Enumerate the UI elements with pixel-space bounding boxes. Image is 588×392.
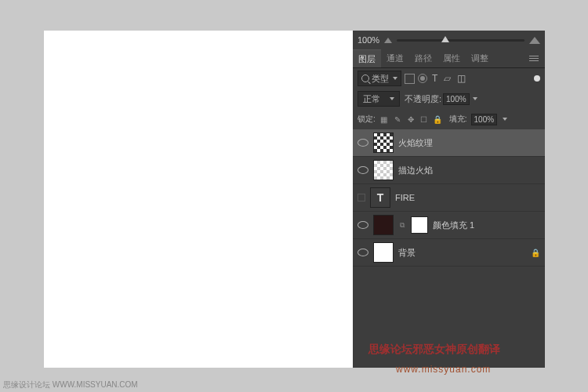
fill-value[interactable]: 100% xyxy=(471,114,498,125)
opacity-control: 不透明度: 100% xyxy=(405,93,477,105)
tab-adjustments[interactable]: 调整 xyxy=(466,49,494,67)
tab-paths[interactable]: 路径 xyxy=(409,49,437,67)
tab-layers[interactable]: 图层 xyxy=(353,49,381,67)
layer-thumbnail[interactable] xyxy=(373,160,394,180)
layer-thumbnail[interactable] xyxy=(373,242,394,263)
filter-text-icon[interactable]: T xyxy=(430,73,439,84)
layer-row[interactable]: 背景 🔒 xyxy=(353,239,545,267)
chevron-down-icon[interactable] xyxy=(503,118,507,121)
visibility-icon[interactable] xyxy=(358,194,365,201)
filter-toggle[interactable] xyxy=(534,75,540,82)
blend-mode-select[interactable]: 正常 xyxy=(358,91,400,107)
opacity-value[interactable]: 100% xyxy=(443,93,470,105)
panel-menu-icon[interactable] xyxy=(523,49,545,67)
lock-icon: 🔒 xyxy=(531,249,540,257)
watermark-text: 思缘论坛邪恶女神原创翻译 xyxy=(368,343,500,357)
search-icon xyxy=(361,74,369,82)
layer-name[interactable]: 描边火焰 xyxy=(398,165,433,176)
zoom-controls: 100% xyxy=(353,31,545,49)
footer-text: 思缘设计论坛 WWW.MISSYUAN.COM xyxy=(3,379,138,390)
tab-channels[interactable]: 通道 xyxy=(381,49,409,67)
visibility-icon[interactable] xyxy=(358,247,368,258)
layer-row[interactable]: 描边火焰 xyxy=(353,157,545,184)
blend-row: 正常 不透明度: 100% xyxy=(353,89,545,109)
link-icon[interactable]: ⧉ xyxy=(398,221,406,230)
filter-smart-icon[interactable]: ◫ xyxy=(456,73,467,84)
visibility-icon[interactable] xyxy=(358,165,368,176)
watermark-url: www.missyuan.com xyxy=(396,364,491,375)
lock-all-icon[interactable]: 🔒 xyxy=(433,114,442,124)
zoom-value[interactable]: 100% xyxy=(358,35,379,45)
zoom-slider[interactable] xyxy=(397,39,524,42)
layer-row[interactable]: ⧉ 颜色填充 1 xyxy=(353,212,545,239)
canvas-area[interactable] xyxy=(44,31,353,368)
lock-move-icon[interactable]: ✥ xyxy=(406,114,416,124)
filter-shape-icon[interactable]: ▱ xyxy=(442,73,452,84)
chevron-down-icon xyxy=(390,97,394,100)
layers-panel: 100% 图层 通道 路径 属性 调整 类型 T ▱ ◫ xyxy=(353,31,545,368)
layer-row[interactable]: T FIRE xyxy=(353,184,545,212)
visibility-icon[interactable] xyxy=(358,220,368,230)
visibility-icon[interactable] xyxy=(358,137,368,148)
layers-list: 火焰纹理 描边火焰 T FIRE ⧉ 颜色填充 1 xyxy=(353,129,545,368)
opacity-label: 不透明度: xyxy=(405,93,441,105)
panel-tabs: 图层 通道 路径 属性 调整 xyxy=(353,49,545,68)
zoom-out-icon[interactable] xyxy=(384,38,392,43)
filter-adjust-icon[interactable] xyxy=(418,74,427,83)
filter-row: 类型 T ▱ ◫ xyxy=(353,68,545,89)
layer-thumbnail[interactable] xyxy=(373,215,394,235)
filter-select[interactable]: 类型 xyxy=(358,71,401,86)
chevron-down-icon[interactable] xyxy=(473,97,477,100)
filter-label: 类型 xyxy=(372,73,389,85)
lock-artboard-icon[interactable]: ☐ xyxy=(419,114,429,124)
fill-label: 填充: xyxy=(449,114,467,125)
lock-label: 锁定: xyxy=(358,114,376,125)
layer-row[interactable]: 火焰纹理 xyxy=(353,129,545,157)
filter-pixel-icon[interactable] xyxy=(405,74,415,84)
slider-thumb[interactable] xyxy=(441,36,449,42)
layer-thumbnail[interactable]: T xyxy=(370,187,390,208)
lock-row: 锁定: ▦ ✎ ✥ ☐ 🔒 填充: 100% xyxy=(353,109,545,129)
layer-name[interactable]: FIRE xyxy=(395,193,415,202)
layer-thumbnail[interactable] xyxy=(373,132,394,153)
layer-mask[interactable] xyxy=(411,216,428,234)
layer-name[interactable]: 背景 xyxy=(398,247,416,259)
chevron-down-icon xyxy=(393,77,397,80)
tab-properties[interactable]: 属性 xyxy=(437,49,466,67)
layer-name[interactable]: 火焰纹理 xyxy=(398,137,433,149)
blend-mode-label: 正常 xyxy=(363,93,380,105)
layer-name[interactable]: 颜色填充 1 xyxy=(433,220,474,231)
lock-brush-icon[interactable]: ✎ xyxy=(393,114,402,124)
zoom-in-icon[interactable] xyxy=(529,37,540,44)
lock-trans-icon[interactable]: ▦ xyxy=(379,114,389,124)
